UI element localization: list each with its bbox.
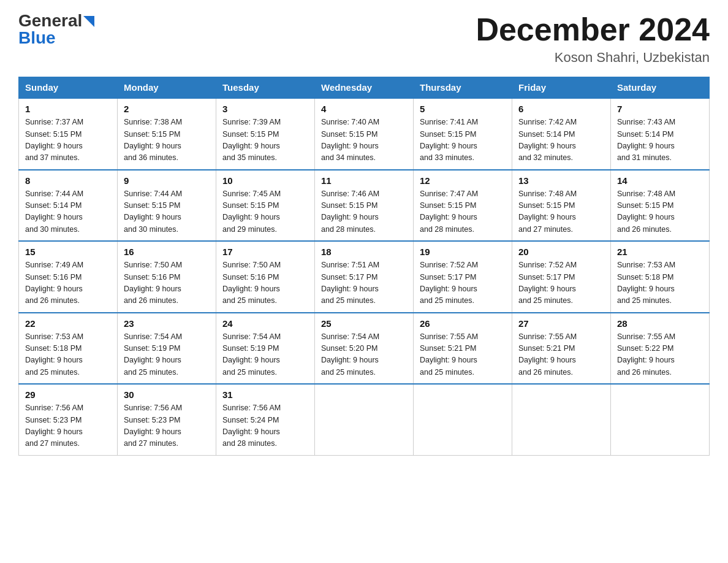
week-row-3: 15 Sunrise: 7:49 AM Sunset: 5:16 PM Dayl… (19, 241, 710, 313)
day-number: 31 (222, 389, 308, 400)
day-info: Sunrise: 7:37 AM Sunset: 5:15 PM Dayligh… (25, 117, 111, 164)
day-info: Sunrise: 7:44 AM Sunset: 5:14 PM Dayligh… (25, 188, 111, 236)
day-info: Sunrise: 7:56 AM Sunset: 5:23 PM Dayligh… (25, 402, 111, 450)
week-row-2: 8 Sunrise: 7:44 AM Sunset: 5:14 PM Dayli… (19, 170, 710, 242)
day-number: 30 (124, 389, 210, 400)
calendar-cell: 22 Sunrise: 7:53 AM Sunset: 5:18 PM Dayl… (19, 313, 118, 385)
day-info: Sunrise: 7:47 AM Sunset: 5:15 PM Dayligh… (420, 188, 506, 236)
day-info: Sunrise: 7:45 AM Sunset: 5:15 PM Dayligh… (222, 188, 308, 236)
day-number: 25 (321, 318, 407, 329)
calendar-cell: 4 Sunrise: 7:40 AM Sunset: 5:15 PM Dayli… (315, 98, 414, 170)
day-number: 19 (420, 247, 506, 257)
day-info: Sunrise: 7:52 AM Sunset: 5:17 PM Dayligh… (420, 259, 506, 307)
calendar-cell: 25 Sunrise: 7:54 AM Sunset: 5:20 PM Dayl… (315, 313, 414, 385)
header-wednesday: Wednesday (315, 77, 414, 99)
day-number: 26 (420, 318, 506, 329)
day-number: 13 (518, 175, 604, 186)
day-info: Sunrise: 7:54 AM Sunset: 5:20 PM Dayligh… (321, 331, 407, 379)
calendar-cell: 14 Sunrise: 7:48 AM Sunset: 5:15 PM Dayl… (611, 170, 710, 242)
day-number: 4 (321, 104, 407, 114)
day-number: 21 (617, 247, 703, 257)
header-monday: Monday (118, 77, 216, 99)
day-info: Sunrise: 7:51 AM Sunset: 5:17 PM Dayligh… (321, 259, 407, 307)
day-info: Sunrise: 7:42 AM Sunset: 5:14 PM Dayligh… (518, 117, 604, 164)
calendar-cell: 11 Sunrise: 7:46 AM Sunset: 5:15 PM Dayl… (315, 170, 414, 242)
day-number: 23 (124, 318, 210, 329)
calendar-cell: 16 Sunrise: 7:50 AM Sunset: 5:16 PM Dayl… (118, 241, 216, 313)
calendar-cell: 23 Sunrise: 7:54 AM Sunset: 5:19 PM Dayl… (118, 313, 216, 385)
day-number: 14 (617, 175, 703, 186)
calendar-cell: 21 Sunrise: 7:53 AM Sunset: 5:18 PM Dayl… (611, 241, 710, 313)
day-info: Sunrise: 7:48 AM Sunset: 5:15 PM Dayligh… (518, 188, 604, 236)
calendar-cell: 20 Sunrise: 7:52 AM Sunset: 5:17 PM Dayl… (512, 241, 611, 313)
day-info: Sunrise: 7:41 AM Sunset: 5:15 PM Dayligh… (420, 117, 506, 164)
day-info: Sunrise: 7:53 AM Sunset: 5:18 PM Dayligh… (617, 259, 703, 307)
calendar-cell (512, 384, 611, 455)
day-number: 7 (617, 104, 703, 114)
location: Koson Shahri, Uzbekistan (476, 50, 710, 66)
calendar-cell: 1 Sunrise: 7:37 AM Sunset: 5:15 PM Dayli… (19, 98, 118, 170)
title-block: December 2024 Koson Shahri, Uzbekistan (476, 12, 710, 66)
calendar-table: SundayMondayTuesdayWednesdayThursdayFrid… (18, 77, 710, 456)
calendar-cell: 17 Sunrise: 7:50 AM Sunset: 5:16 PM Dayl… (216, 241, 315, 313)
day-number: 12 (420, 175, 506, 186)
day-info: Sunrise: 7:55 AM Sunset: 5:21 PM Dayligh… (518, 331, 604, 379)
calendar-cell: 5 Sunrise: 7:41 AM Sunset: 5:15 PM Dayli… (414, 98, 512, 170)
day-number: 15 (25, 247, 111, 257)
page-header: General Blue December 2024 Koson Shahri,… (18, 12, 710, 66)
day-number: 8 (25, 175, 111, 186)
calendar-cell: 6 Sunrise: 7:42 AM Sunset: 5:14 PM Dayli… (512, 98, 611, 170)
day-info: Sunrise: 7:38 AM Sunset: 5:15 PM Dayligh… (124, 117, 210, 164)
day-number: 9 (124, 175, 210, 186)
calendar-cell: 28 Sunrise: 7:55 AM Sunset: 5:22 PM Dayl… (611, 313, 710, 385)
day-number: 11 (321, 175, 407, 186)
logo: General Blue (18, 12, 94, 47)
day-number: 3 (222, 104, 308, 114)
header-tuesday: Tuesday (216, 77, 315, 99)
calendar-cell: 7 Sunrise: 7:43 AM Sunset: 5:14 PM Dayli… (611, 98, 710, 170)
weekday-header-row: SundayMondayTuesdayWednesdayThursdayFrid… (19, 77, 710, 99)
calendar-cell: 13 Sunrise: 7:48 AM Sunset: 5:15 PM Dayl… (512, 170, 611, 242)
day-number: 10 (222, 175, 308, 186)
day-info: Sunrise: 7:56 AM Sunset: 5:24 PM Dayligh… (222, 402, 308, 450)
day-number: 1 (25, 104, 111, 114)
calendar-cell: 10 Sunrise: 7:45 AM Sunset: 5:15 PM Dayl… (216, 170, 315, 242)
calendar-cell: 9 Sunrise: 7:44 AM Sunset: 5:15 PM Dayli… (118, 170, 216, 242)
calendar-cell: 19 Sunrise: 7:52 AM Sunset: 5:17 PM Dayl… (414, 241, 512, 313)
calendar-cell: 12 Sunrise: 7:47 AM Sunset: 5:15 PM Dayl… (414, 170, 512, 242)
week-row-1: 1 Sunrise: 7:37 AM Sunset: 5:15 PM Dayli… (19, 98, 710, 170)
day-number: 22 (25, 318, 111, 329)
day-info: Sunrise: 7:40 AM Sunset: 5:15 PM Dayligh… (321, 117, 407, 164)
day-number: 17 (222, 247, 308, 257)
day-number: 24 (222, 318, 308, 329)
svg-marker-0 (83, 16, 94, 27)
calendar-cell (414, 384, 512, 455)
logo-general-text: General (18, 12, 82, 29)
calendar-cell: 29 Sunrise: 7:56 AM Sunset: 5:23 PM Dayl… (19, 384, 118, 455)
day-info: Sunrise: 7:53 AM Sunset: 5:18 PM Dayligh… (25, 331, 111, 379)
calendar-cell: 8 Sunrise: 7:44 AM Sunset: 5:14 PM Dayli… (19, 170, 118, 242)
day-info: Sunrise: 7:44 AM Sunset: 5:15 PM Dayligh… (124, 188, 210, 236)
header-saturday: Saturday (611, 77, 710, 99)
calendar-cell (611, 384, 710, 455)
calendar-cell: 26 Sunrise: 7:55 AM Sunset: 5:21 PM Dayl… (414, 313, 512, 385)
day-info: Sunrise: 7:54 AM Sunset: 5:19 PM Dayligh… (222, 331, 308, 379)
day-number: 6 (518, 104, 604, 114)
day-number: 18 (321, 247, 407, 257)
logo-blue-text: Blue (18, 29, 56, 47)
day-number: 16 (124, 247, 210, 257)
header-friday: Friday (512, 77, 611, 99)
week-row-4: 22 Sunrise: 7:53 AM Sunset: 5:18 PM Dayl… (19, 313, 710, 385)
calendar-cell: 27 Sunrise: 7:55 AM Sunset: 5:21 PM Dayl… (512, 313, 611, 385)
header-sunday: Sunday (19, 77, 118, 99)
day-number: 28 (617, 318, 703, 329)
day-number: 27 (518, 318, 604, 329)
calendar-cell: 30 Sunrise: 7:56 AM Sunset: 5:23 PM Dayl… (118, 384, 216, 455)
day-info: Sunrise: 7:43 AM Sunset: 5:14 PM Dayligh… (617, 117, 703, 164)
day-info: Sunrise: 7:50 AM Sunset: 5:16 PM Dayligh… (124, 259, 210, 307)
calendar-cell: 15 Sunrise: 7:49 AM Sunset: 5:16 PM Dayl… (19, 241, 118, 313)
day-number: 5 (420, 104, 506, 114)
calendar-cell: 24 Sunrise: 7:54 AM Sunset: 5:19 PM Dayl… (216, 313, 315, 385)
day-info: Sunrise: 7:55 AM Sunset: 5:21 PM Dayligh… (420, 331, 506, 379)
day-info: Sunrise: 7:49 AM Sunset: 5:16 PM Dayligh… (25, 259, 111, 307)
